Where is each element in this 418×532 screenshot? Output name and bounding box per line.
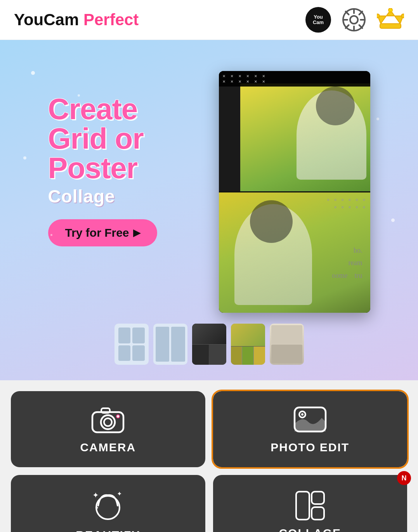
template-thumb-4[interactable] [231, 324, 265, 365]
logo-perfect: Perfect [83, 10, 139, 29]
svg-point-13 [377, 14, 380, 18]
sparkle-6 [391, 218, 395, 222]
crown-icon[interactable] [377, 8, 404, 31]
svg-text:✦: ✦ [95, 505, 99, 511]
corner-marks: × × × × × ×× × × × × [327, 196, 366, 211]
photo-edit-icon [293, 404, 328, 435]
svg-point-1 [350, 16, 358, 24]
nav-tile-collage[interactable]: N COLLAGE [213, 475, 408, 532]
svg-line-7 [359, 25, 362, 28]
sparkle-5 [376, 118, 379, 120]
header-icons: You Cam [305, 7, 404, 33]
svg-point-21 [117, 415, 119, 418]
svg-rect-30 [312, 492, 324, 504]
app-logo: YouCam Perfect [14, 10, 139, 29]
nav-tile-photo-edit[interactable]: PHOTO EDIT [213, 391, 408, 467]
svg-rect-29 [296, 492, 309, 520]
sparkle-3 [23, 156, 26, 159]
bottom-nav: CAMERA PHOTO EDIT ✦ ✦ ✦ [0, 380, 418, 532]
nav-tile-beautify[interactable]: ✦ ✦ ✦ BEAUTIFY [11, 475, 205, 532]
thumb-cell [118, 345, 131, 361]
svg-line-9 [346, 25, 349, 28]
try-free-button[interactable]: Try for Free [48, 219, 157, 246]
banner-grid-poster-title: Grid or Poster [48, 124, 203, 183]
nav-collage-label: COLLAGE [279, 527, 341, 532]
banner-text-block: Create Grid or Poster Collage Try for Fr… [48, 71, 203, 246]
svg-text:✦: ✦ [117, 490, 122, 497]
collage-preview-image: × × × × × ×× × × × × × × × × × × ×× × × … [219, 71, 370, 313]
nav-beautify-label: BEAUTIFY [76, 529, 140, 532]
collage-icon [295, 490, 326, 521]
youcam-badge-icon[interactable]: You Cam [305, 7, 331, 33]
nav-tile-camera[interactable]: CAMERA [11, 391, 205, 467]
svg-rect-31 [312, 507, 324, 520]
camera-icon [90, 404, 125, 435]
banner-content: Create Grid or Poster Collage Try for Fr… [0, 40, 418, 313]
svg-line-6 [346, 12, 349, 15]
sparkle-2 [78, 94, 80, 97]
sparkle-4 [50, 234, 52, 236]
svg-rect-19 [101, 408, 110, 413]
film-strip-top: × × × × × ×× × × × × × [219, 71, 370, 87]
svg-point-14 [401, 14, 404, 18]
settings-icon[interactable] [342, 8, 366, 32]
thumb-cell [118, 328, 131, 343]
nav-camera-label: CAMERA [80, 441, 136, 454]
nav-photo-edit-label: PHOTO EDIT [271, 441, 349, 454]
hero-banner: Create Grid or Poster Collage Try for Fr… [0, 40, 418, 380]
svg-point-18 [104, 418, 112, 426]
template-thumbnails [114, 324, 304, 365]
svg-point-24 [301, 413, 304, 416]
banner-create-title: Create [48, 94, 138, 124]
svg-text:✦: ✦ [92, 491, 99, 499]
thumb-cell [132, 345, 145, 361]
collage-badge-n: N [397, 471, 411, 485]
template-thumb-1[interactable] [114, 324, 149, 365]
beautify-icon: ✦ ✦ ✦ [90, 488, 125, 523]
sparkle-1 [31, 71, 35, 75]
app-header: YouCam Perfect You Cam [0, 0, 418, 40]
thumb-cell [132, 328, 145, 343]
template-thumb-3[interactable] [192, 324, 226, 365]
svg-point-17 [101, 415, 115, 429]
banner-collage-subtitle: Collage [48, 186, 115, 207]
thumb-col-right [171, 327, 185, 362]
thumb-col-left [156, 327, 170, 362]
template-thumb-2[interactable] [153, 324, 187, 365]
preview-bottom-text: ho.reamoome tru [332, 244, 362, 282]
template-thumb-5[interactable] [270, 324, 304, 365]
logo-youcam: YouCam [14, 10, 79, 29]
svg-rect-11 [380, 24, 401, 28]
svg-line-8 [359, 12, 362, 15]
